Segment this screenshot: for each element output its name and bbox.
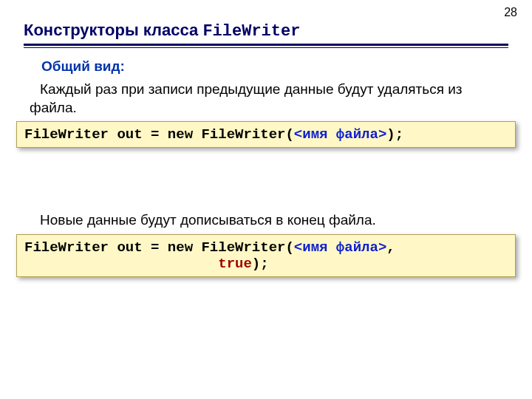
- code-placeholder-filename: <имя файла>: [294, 126, 386, 143]
- code-placeholder-filename: <имя файла>: [294, 239, 386, 256]
- code-example-overwrite: FileWriter out = new FileWriter(<имя фай…: [16, 121, 516, 148]
- title-underline: [24, 44, 508, 48]
- title-prefix: Конструкторы класса: [24, 21, 202, 39]
- code-indent: [24, 256, 218, 272]
- paragraph-overwrite: Каждый раз при записи предыдущие данные …: [30, 81, 502, 117]
- section-subtitle: Общий вид:: [41, 58, 532, 75]
- title-class-name: FileWriter: [202, 22, 300, 41]
- code-text: FileWriter out = new FileWriter(: [24, 239, 294, 256]
- paragraph-append: Новые данные будут дописываться в конец …: [30, 211, 502, 230]
- code-text: ,: [386, 239, 403, 256]
- code-text: );: [386, 126, 403, 143]
- code-text: );: [252, 256, 269, 272]
- code-example-append: FileWriter out = new FileWriter(<имя фай…: [16, 234, 516, 277]
- code-keyword-true: true: [218, 256, 252, 272]
- page-number: 28: [504, 6, 517, 19]
- slide-title: Конструкторы класса FileWriter: [24, 21, 532, 41]
- code-text: FileWriter out = new FileWriter(: [24, 126, 294, 143]
